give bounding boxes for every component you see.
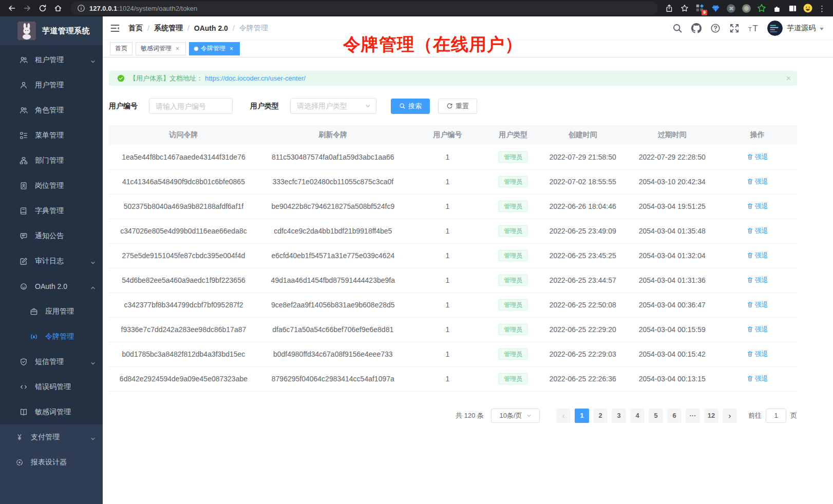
- github-icon[interactable]: [691, 23, 702, 33]
- action-cell: 强退: [717, 293, 797, 317]
- page-button[interactable]: 6: [667, 409, 681, 423]
- tab-item[interactable]: 首页: [110, 42, 132, 55]
- prev-page-button[interactable]: ‹: [556, 409, 571, 423]
- page-button[interactable]: 1: [575, 409, 589, 423]
- alert-close-icon[interactable]: ×: [786, 74, 791, 83]
- svg-text:T: T: [748, 26, 752, 32]
- annotation-overlay: 令牌管理（在线用户）: [343, 33, 523, 56]
- doc-link[interactable]: https://doc.iocoder.cn/user-center/: [205, 74, 306, 82]
- page-ellipsis-button[interactable]: ···: [686, 409, 700, 423]
- user-id-cell: 1: [408, 145, 487, 169]
- sidebar-item-org[interactable]: 部门管理: [0, 148, 103, 173]
- puzzle-extension-icon[interactable]: [772, 3, 782, 13]
- user-type-select[interactable]: 请选择用户类型: [290, 98, 376, 114]
- rabbit-logo-icon: [17, 22, 36, 40]
- emoji-extension-icon[interactable]: [803, 3, 813, 13]
- breadcrumb-item[interactable]: 首页: [128, 24, 143, 33]
- page-button[interactable]: 12: [704, 409, 718, 423]
- force-logout-button[interactable]: 强退: [747, 251, 768, 260]
- access-token-cell: 502375b8040a469a9b82188afdf6af1f: [109, 194, 258, 219]
- force-logout-button[interactable]: 强退: [747, 177, 768, 186]
- force-logout-button[interactable]: 强退: [747, 152, 768, 162]
- force-logout-button[interactable]: 强退: [747, 350, 768, 359]
- sidebar-item-app[interactable]: 应用管理: [0, 299, 103, 324]
- user-id-input[interactable]: [149, 98, 233, 114]
- force-logout-button[interactable]: 强退: [747, 202, 768, 211]
- url-host: 127.0.0.1: [89, 5, 117, 12]
- sidebar-item-edit[interactable]: 审计日志: [0, 248, 103, 274]
- sidebar-item-chat[interactable]: 通知公告: [0, 223, 103, 248]
- sidebar-item-badge[interactable]: 岗位管理: [0, 173, 103, 198]
- browser-back-icon[interactable]: [5, 2, 18, 15]
- tab-active[interactable]: 令牌管理×: [189, 42, 240, 55]
- page-button[interactable]: 5: [649, 409, 663, 423]
- browser-menu-dots-icon[interactable]: ⋮: [818, 5, 826, 12]
- tab-item[interactable]: 敏感词管理×: [136, 42, 186, 55]
- create-time-cell: 2022-06-25 22:29:03: [539, 342, 627, 366]
- tree-icon: [20, 131, 28, 140]
- star-extension-icon[interactable]: [756, 3, 767, 13]
- sidebar-item-robot[interactable]: OAuth 2.0: [0, 274, 103, 299]
- next-page-button[interactable]: ›: [723, 409, 737, 423]
- sidebar-item-yen[interactable]: 支付管理: [0, 424, 103, 450]
- sidebar-item-code[interactable]: 错误码管理: [0, 374, 103, 399]
- reading-list-extension-icon[interactable]: [787, 3, 798, 13]
- force-logout-button[interactable]: 强退: [747, 300, 768, 309]
- user-menu[interactable]: 芋道源码: [767, 21, 824, 36]
- user-type-cell: 管理员: [487, 342, 539, 366]
- browser-forward-icon[interactable]: [21, 2, 34, 15]
- breadcrumb-item[interactable]: OAuth 2.0: [194, 24, 228, 32]
- sidebar-item-users[interactable]: 角色管理: [0, 98, 103, 123]
- header-search-icon[interactable]: [672, 23, 683, 33]
- action-cell: 强退: [717, 268, 797, 293]
- table-row: 41c41346a548490f9dc8b01c6bfe0865333ecfc7…: [109, 169, 797, 194]
- browser-home-icon[interactable]: [51, 2, 65, 15]
- tab-close-icon[interactable]: ×: [228, 45, 235, 52]
- search-button[interactable]: 搜索: [391, 99, 430, 114]
- svg-text:⌘: ⌘: [729, 6, 734, 11]
- user-type-badge: 管理员: [498, 250, 528, 261]
- page-button[interactable]: 3: [612, 409, 626, 423]
- force-logout-button[interactable]: 强退: [747, 374, 768, 383]
- record-extension-icon[interactable]: [741, 3, 751, 13]
- share-icon[interactable]: [664, 3, 674, 13]
- user-type-badge: 管理员: [498, 176, 528, 187]
- sidebar-item-user[interactable]: 用户管理: [0, 72, 103, 98]
- sidebar-item-token[interactable]: 令牌管理: [0, 324, 103, 349]
- fullscreen-icon[interactable]: [729, 23, 740, 33]
- sidebar-item-users[interactable]: 租户管理: [0, 47, 103, 72]
- bookmark-star-icon[interactable]: [679, 3, 690, 13]
- refresh-token-cell: cdfc4ce9c2da4bb1bdf21b9918ff4be5: [258, 219, 408, 243]
- url-bar[interactable]: 127.0.0.1:1024/system/oauth2/token: [71, 2, 658, 15]
- chevron-down-icon: [90, 259, 96, 264]
- help-icon[interactable]: [710, 23, 721, 33]
- command-extension-icon[interactable]: ⌘: [726, 3, 736, 13]
- sidebar-collapse-icon[interactable]: [110, 23, 120, 33]
- tab-close-icon[interactable]: ×: [174, 45, 181, 52]
- force-logout-button[interactable]: 强退: [747, 226, 768, 236]
- sidebar-item-tree[interactable]: 菜单管理: [0, 123, 103, 148]
- force-logout-button[interactable]: 强退: [747, 325, 768, 334]
- column-header: 用户编号: [408, 125, 487, 145]
- browser-reload-icon[interactable]: [36, 2, 49, 15]
- font-size-icon[interactable]: TT: [748, 23, 759, 33]
- search-icon: [399, 103, 406, 109]
- site-info-icon[interactable]: [77, 4, 85, 12]
- sidebar-item-target[interactable]: 报表设计器: [0, 450, 103, 475]
- page-size-select[interactable]: 10条/页: [491, 409, 540, 423]
- page-button[interactable]: 4: [630, 409, 645, 423]
- user-type-badge: 管理员: [498, 225, 528, 237]
- extension-grid-icon[interactable]: 9: [695, 3, 705, 13]
- gem-extension-icon[interactable]: [710, 3, 721, 13]
- force-logout-button[interactable]: 强退: [747, 276, 768, 285]
- username: 芋道源码: [787, 24, 816, 33]
- page-button[interactable]: 2: [593, 409, 608, 423]
- reset-button[interactable]: 重置: [438, 99, 477, 114]
- sidebar-item-book[interactable]: 敏感词管理: [0, 399, 103, 424]
- goto-page-input[interactable]: [766, 409, 786, 423]
- sidebar-item-dict[interactable]: 字典管理: [0, 198, 103, 223]
- book-icon: [20, 408, 28, 416]
- breadcrumb-item[interactable]: 系统管理: [154, 24, 183, 33]
- sidebar-item-shield[interactable]: 短信管理: [0, 349, 103, 374]
- user-icon: [20, 81, 28, 89]
